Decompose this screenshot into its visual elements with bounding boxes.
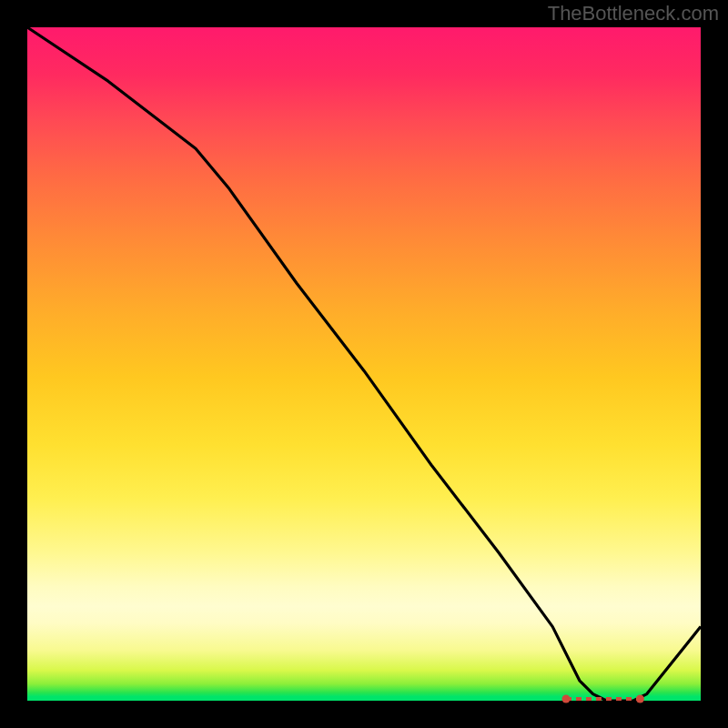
curve-group bbox=[27, 27, 701, 701]
curve-path bbox=[27, 27, 701, 701]
attribution-text: TheBottleneck.com bbox=[548, 2, 719, 25]
plot-area bbox=[27, 27, 701, 701]
chart-svg bbox=[27, 27, 701, 701]
chart-container: TheBottleneck.com bbox=[0, 0, 728, 728]
